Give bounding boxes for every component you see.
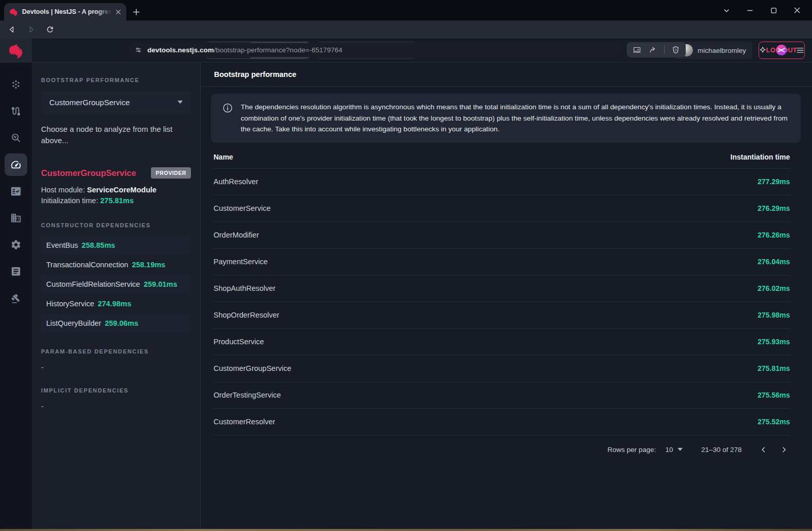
fact-check-icon xyxy=(10,186,22,197)
node-select-value: CustomerGroupService xyxy=(49,98,130,107)
sidebar-item-bootstrap-performance[interactable] xyxy=(5,153,27,176)
close-icon xyxy=(115,9,121,15)
table-row[interactable]: AuthResolver 277.29ms xyxy=(214,169,790,195)
dep-name: CustomFieldRelationService xyxy=(46,280,140,288)
rows-per-page-select[interactable]: 10 xyxy=(665,446,683,454)
share-button[interactable] xyxy=(648,45,658,54)
new-tab-button[interactable] xyxy=(130,6,142,17)
profile-avatar-icon xyxy=(776,44,787,56)
implicit-deps-empty: - xyxy=(41,402,191,410)
sidebar-item-docs[interactable] xyxy=(5,260,27,283)
table-row[interactable]: OrderTestingService 275.56ms xyxy=(214,382,790,409)
back-icon xyxy=(7,25,17,34)
browser-toolbar: devtools.nestjs.com/bootstrap-performanc… xyxy=(0,21,812,38)
dependency-item[interactable]: EventBus 258.85ms xyxy=(41,235,191,255)
dep-name: EventBus xyxy=(46,241,78,249)
dependency-item[interactable]: HistoryService 274.98ms xyxy=(41,294,191,313)
dependency-item[interactable]: CustomFieldRelationService 259.01ms xyxy=(41,274,191,294)
row-time: 275.98ms xyxy=(758,311,790,319)
row-time: 275.93ms xyxy=(758,338,790,346)
leo-ai-button[interactable] xyxy=(758,46,767,55)
profile-avatar[interactable] xyxy=(776,44,787,56)
gear-icon xyxy=(10,239,22,250)
maximize-button[interactable] xyxy=(762,0,785,21)
sidebar-item-graph[interactable] xyxy=(5,73,27,96)
send-to-device-icon xyxy=(632,45,642,54)
dep-time: 258.19ms xyxy=(132,261,165,269)
nestjs-logo[interactable] xyxy=(0,38,32,63)
host-module-line: Host module: ServiceCoreModule xyxy=(41,186,191,194)
constructor-deps-heading: CONSTRUCTOR DEPENDENCIES xyxy=(41,222,191,228)
row-name: ProductService xyxy=(214,338,264,346)
previous-page-button[interactable] xyxy=(757,443,769,456)
panel-heading: BOOTSTRAP PERFORMANCE xyxy=(41,77,191,83)
speedometer-icon xyxy=(10,159,22,170)
back-button[interactable] xyxy=(5,23,18,36)
tab-close-button[interactable] xyxy=(115,9,121,15)
leo-ai-icon xyxy=(758,46,767,55)
reload-button[interactable] xyxy=(43,23,56,36)
browser-menu-button[interactable] xyxy=(796,46,805,55)
dep-time: 259.06ms xyxy=(105,319,138,327)
row-name: ShopOrderResolver xyxy=(214,311,279,319)
user-chip[interactable]: michaelbromley xyxy=(674,42,752,59)
init-time-line: Initialization time: 275.81ms xyxy=(41,196,191,205)
browser-titlebar: Devtools | NestJS - A progressive xyxy=(0,0,812,21)
share-icon xyxy=(648,45,658,54)
dependency-item[interactable]: ListQueryBuilder 259.06ms xyxy=(41,313,191,333)
browser-window: Devtools | NestJS - A progressive xyxy=(0,0,812,531)
username: michaelbromley xyxy=(698,47,746,54)
table-row[interactable]: ShopOrderResolver 275.98ms xyxy=(214,302,790,329)
send-to-device-button[interactable] xyxy=(632,45,642,54)
route-icon xyxy=(10,106,22,117)
row-name: OrderModifier xyxy=(214,231,259,239)
browser-tab[interactable]: Devtools | NestJS - A progressive xyxy=(4,3,126,21)
row-name: PaymentService xyxy=(214,258,268,266)
sidebar-item-modules[interactable] xyxy=(5,207,27,229)
minimize-button[interactable] xyxy=(738,0,762,21)
table-row[interactable]: CustomerGroupService 275.81ms xyxy=(214,356,790,382)
desktop-edge xyxy=(0,529,812,531)
node-select[interactable]: CustomerGroupService xyxy=(41,91,191,113)
table-row[interactable]: PaymentService 276.04ms xyxy=(214,249,790,276)
sidebar-item-insights[interactable] xyxy=(5,127,27,149)
forward-button[interactable] xyxy=(24,23,37,36)
table-row[interactable]: OrderModifier 276.26ms xyxy=(214,222,790,249)
sidebar-item-issues[interactable] xyxy=(5,287,27,309)
brave-shield-button[interactable] xyxy=(671,46,680,54)
row-name: AuthResolver xyxy=(214,178,258,186)
nestjs-logo-icon xyxy=(8,43,24,58)
dep-name: HistoryService xyxy=(46,300,94,308)
dependency-item[interactable]: TransactionalConnection 258.19ms xyxy=(41,255,191,274)
chevron-down-icon xyxy=(178,101,183,104)
table-row[interactable]: ProductService 275.93ms xyxy=(214,329,790,356)
address-bar[interactable]: devtools.nestjs.com/bootstrap-performanc… xyxy=(128,43,624,57)
graph-icon xyxy=(10,79,22,90)
building-icon xyxy=(10,212,22,224)
close-window-button[interactable] xyxy=(785,0,809,21)
provider-badge: PROVIDER xyxy=(151,167,191,179)
gavel-icon xyxy=(10,292,22,304)
url-path: /bootstrap-performance?node=-65179764 xyxy=(214,46,342,54)
table-row[interactable]: CustomerService 276.29ms xyxy=(214,195,790,222)
hamburger-icon xyxy=(796,46,805,55)
bootstrap-panel: BOOTSTRAP PERFORMANCE CustomerGroupServi… xyxy=(32,63,200,531)
search-insights-icon xyxy=(10,132,22,144)
helper-text: Choose a node to analyze from the list a… xyxy=(41,124,191,146)
main-content: Bootstrap performance The dependencies r… xyxy=(200,63,812,531)
dep-time: 259.01ms xyxy=(144,280,177,288)
page-title: Bootstrap performance xyxy=(214,70,296,78)
tab-title: Devtools | NestJS - A progressive xyxy=(22,8,111,15)
window-menu-button[interactable] xyxy=(714,0,738,21)
sidebar-item-audit[interactable] xyxy=(5,180,27,203)
row-name: CustomerService xyxy=(214,204,270,212)
sidebar-item-settings[interactable] xyxy=(5,233,27,256)
rows-per-page-value: 10 xyxy=(665,446,673,454)
chevron-down-icon xyxy=(723,7,730,14)
info-box: The dependencies resolution algorithm is… xyxy=(211,94,801,143)
next-page-button[interactable] xyxy=(778,443,790,456)
table-row[interactable]: ShopAuthResolver 276.02ms xyxy=(214,276,790,302)
sidebar-item-routes[interactable] xyxy=(5,100,27,123)
table-row[interactable]: CustomerResolver 275.52ms xyxy=(214,409,790,436)
dep-name: TransactionalConnection xyxy=(46,261,128,269)
